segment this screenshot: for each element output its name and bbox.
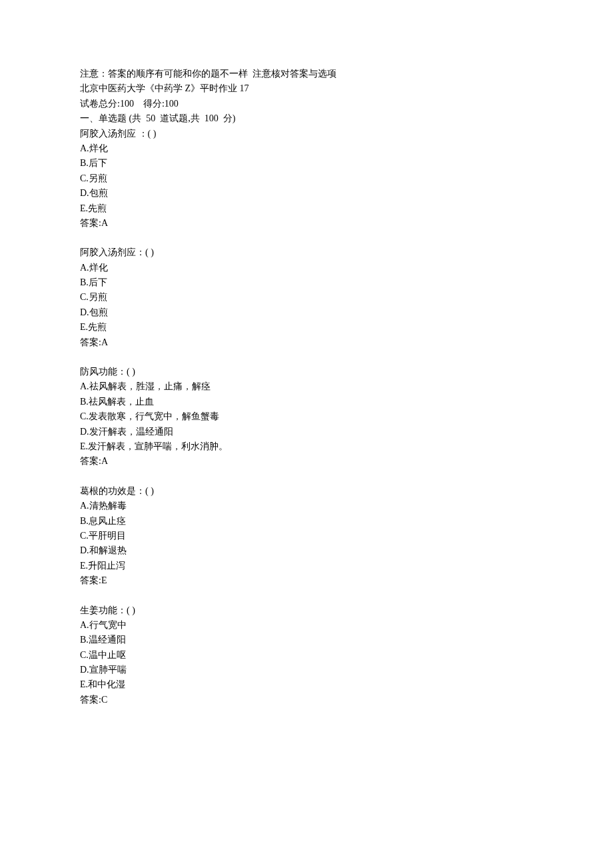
option: C.温中止呕 [80, 648, 533, 663]
answer: 答案:A [80, 454, 533, 469]
question-stem: 生姜功能：( ) [80, 603, 533, 618]
option: D.包煎 [80, 305, 533, 320]
option: C.另煎 [80, 290, 533, 305]
question-block: 防风功能：( ) A.祛风解表，胜湿，止痛，解痉 B.祛风解表，止血 C.发表散… [80, 365, 533, 469]
answer: 答案:A [80, 335, 533, 350]
option: B.祛风解表，止血 [80, 395, 533, 409]
course-title: 北京中医药大学《中药学 Z》平时作业 17 [80, 81, 533, 96]
answer: 答案:A [80, 216, 533, 231]
question-stem: 阿胶入汤剂应 ：( ) [80, 127, 533, 141]
question-block: 阿胶入汤剂应：( ) A.烊化 B.后下 C.另煎 D.包煎 E.先煎 答案:A [80, 245, 533, 350]
option: E.发汗解表，宣肺平喘，利水消肿。 [80, 439, 533, 454]
question-block: 生姜功能：( ) A.行气宽中 B.温经通阳 C.温中止呕 D.宣肺平喘 E.和… [80, 603, 533, 708]
option: A.祛风解表，胜湿，止痛，解痉 [80, 379, 533, 394]
option: D.发汗解表，温经通阳 [80, 425, 533, 439]
option: C.发表散寒，行气宽中，解鱼蟹毒 [80, 409, 533, 424]
option: C.另煎 [80, 171, 533, 186]
option: B.后下 [80, 156, 533, 171]
question-stem: 葛根的功效是：( ) [80, 484, 533, 499]
option: E.先煎 [80, 201, 533, 216]
option: D.包煎 [80, 186, 533, 201]
option: D.宣肺平喘 [80, 663, 533, 677]
option: E.先煎 [80, 320, 533, 335]
option: A.清热解毒 [80, 499, 533, 513]
question-stem: 阿胶入汤剂应：( ) [80, 245, 533, 260]
option: B.温经通阳 [80, 633, 533, 647]
option: A.烊化 [80, 141, 533, 156]
answer: 答案:C [80, 693, 533, 707]
option: A.烊化 [80, 261, 533, 275]
question-stem: 防风功能：( ) [80, 365, 533, 379]
option: C.平肝明目 [80, 529, 533, 543]
option: D.和解退热 [80, 543, 533, 558]
option: A.行气宽中 [80, 618, 533, 633]
answer: 答案:E [80, 573, 533, 588]
score-info: 试卷总分:100 得分:100 [80, 97, 533, 111]
option: E.升阳止泻 [80, 559, 533, 573]
question-block: 葛根的功效是：( ) A.清热解毒 B.息风止痉 C.平肝明目 D.和解退热 E… [80, 484, 533, 589]
question-block: 阿胶入汤剂应 ：( ) A.烊化 B.后下 C.另煎 D.包煎 E.先煎 答案:… [80, 127, 533, 231]
section-title: 一、单选题 (共 50 道试题,共 100 分) [80, 111, 533, 126]
option: B.后下 [80, 275, 533, 290]
option: B.息风止痉 [80, 514, 533, 529]
notice-text: 注意：答案的顺序有可能和你的题不一样 注意核对答案与选项 [80, 67, 533, 81]
option: E.和中化湿 [80, 677, 533, 692]
